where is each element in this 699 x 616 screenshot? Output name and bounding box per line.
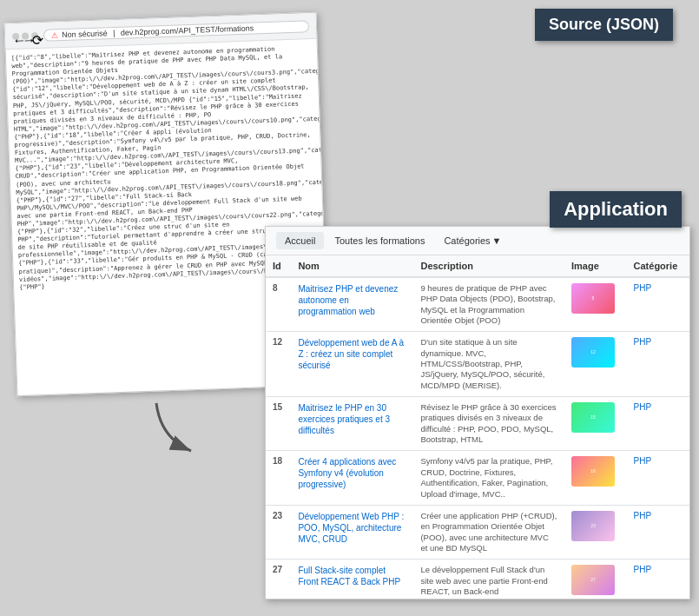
table-row: 27 Full Stack-site complet Front REACT &…	[266, 560, 689, 596]
cell-desc: Révisez le PHP grâce à 30 exercices prat…	[413, 397, 564, 451]
course-link[interactable]: Maitrisez le PHP en 30 exercices pratiqu…	[298, 403, 390, 435]
cell-category: PHP	[627, 332, 689, 397]
nav-accueil[interactable]: Accueil	[276, 232, 324, 249]
category-link[interactable]: PHP	[634, 456, 652, 466]
cell-image: 12	[564, 332, 627, 397]
cell-category: PHP	[627, 505, 689, 559]
cell-id: 23	[266, 505, 291, 559]
arrow-decoration	[143, 394, 213, 447]
col-image: Image	[564, 255, 627, 277]
category-link[interactable]: PHP	[634, 511, 652, 520]
insecure-icon: ⚠	[51, 30, 58, 39]
course-link[interactable]: Développement web de A à Z : créez un si…	[298, 338, 404, 370]
cell-name: Full Stack-site complet Front REACT & Ba…	[291, 560, 413, 596]
cell-id: 18	[266, 451, 291, 505]
cell-id: 8	[266, 277, 291, 332]
table-body: 8 Maitrisez PHP et devenez autonome en p…	[266, 277, 689, 596]
cell-category: PHP	[627, 397, 689, 451]
formations-table: Id Nom Description Image Catégorie 8 Mai…	[266, 255, 689, 596]
cell-id: 15	[266, 397, 291, 451]
dropdown-chevron-icon: ▼	[492, 235, 502, 246]
cell-desc: Créer une application PHP (+CRUD), en Pr…	[413, 505, 564, 559]
table-row: 23 Développement Web PHP : POO, MySQL, a…	[266, 505, 689, 559]
course-link[interactable]: Développement Web PHP : POO, MySQL, arch…	[298, 512, 404, 544]
course-link[interactable]: Full Stack-site complet Front REACT & Ba…	[298, 566, 400, 586]
app-panel: Accueil Toutes les formations Catégories…	[265, 226, 690, 599]
insecure-text: Non sécurisé	[62, 29, 108, 39]
category-link[interactable]: PHP	[634, 283, 652, 293]
cell-category: PHP	[627, 277, 689, 332]
reload-btn[interactable]: ⟳	[31, 32, 38, 39]
table-row: 18 Créer 4 applications avec Symfony v4 …	[266, 451, 689, 505]
browser-buttons: ← → ⟳	[12, 32, 38, 40]
cell-name: Créer 4 applications avec Symfony v4 (év…	[291, 451, 413, 505]
cell-name: Maitrisez le PHP en 30 exercices pratiqu…	[291, 397, 413, 451]
course-link[interactable]: Maitrisez PHP et devenez autonome en pro…	[298, 284, 398, 316]
cell-desc: D'un site statique à un site dynamique. …	[413, 332, 564, 397]
nav-formations[interactable]: Toutes les formations	[326, 232, 433, 249]
nav-categories[interactable]: Catégories ▼	[435, 232, 510, 249]
cell-category: PHP	[627, 451, 689, 505]
cell-desc: Symfony v4/v5 par la pratique, PHP, CRUD…	[413, 451, 564, 505]
cell-image: 27	[564, 560, 627, 596]
cell-id: 12	[266, 332, 291, 397]
source-label: Source (JSON)	[535, 9, 673, 41]
course-thumbnail: 15	[571, 402, 615, 433]
table-row: 8 Maitrisez PHP et devenez autonome en p…	[266, 277, 689, 332]
cell-name: Développement web de A à Z : créez un si…	[291, 332, 413, 397]
cell-desc: 9 heures de pratique de PHP avec PHP Dat…	[413, 277, 564, 332]
course-thumbnail: 8	[571, 283, 615, 314]
category-link[interactable]: PHP	[634, 402, 652, 412]
course-thumbnail: 12	[571, 337, 615, 368]
table-row: 15 Maitrisez le PHP en 30 exercices prat…	[266, 397, 689, 451]
app-label: Application	[550, 191, 682, 228]
app-nav: Accueil Toutes les formations Catégories…	[266, 227, 689, 255]
col-category: Catégorie	[627, 255, 689, 277]
table-head: Id Nom Description Image Catégorie	[266, 255, 689, 277]
address-bar[interactable]: ⚠ Non sécurisé | dev.h2prog.com/API_TEST…	[43, 20, 309, 42]
category-link[interactable]: PHP	[634, 337, 652, 347]
table-row: 12 Développement web de A à Z : créez un…	[266, 332, 689, 397]
forward-btn[interactable]: →	[22, 32, 29, 39]
cell-image: 8	[564, 277, 627, 332]
cell-image: 18	[564, 451, 627, 505]
url-text: dev.h2prog.com/API_TEST/formations	[121, 23, 254, 36]
col-desc: Description	[413, 255, 564, 277]
back-btn[interactable]: ←	[12, 32, 19, 39]
cell-image: 15	[564, 397, 627, 451]
cell-image: 23	[564, 505, 627, 559]
cell-category: PHP	[627, 560, 689, 596]
course-thumbnail: 27	[571, 565, 615, 595]
table-container[interactable]: Id Nom Description Image Catégorie 8 Mai…	[266, 255, 689, 596]
course-thumbnail: 23	[571, 511, 615, 541]
col-name: Nom	[291, 255, 413, 277]
cell-desc: Le développement Full Stack d'un site we…	[413, 560, 564, 596]
cell-name: Développement Web PHP : POO, MySQL, arch…	[291, 505, 413, 559]
course-link[interactable]: Créer 4 applications avec Symfony v4 (év…	[298, 457, 396, 489]
category-link[interactable]: PHP	[634, 565, 652, 574]
col-id: Id	[266, 255, 291, 277]
cell-id: 27	[266, 560, 291, 596]
cell-name: Maitrisez PHP et devenez autonome en pro…	[291, 277, 413, 332]
course-thumbnail: 18	[571, 456, 615, 487]
